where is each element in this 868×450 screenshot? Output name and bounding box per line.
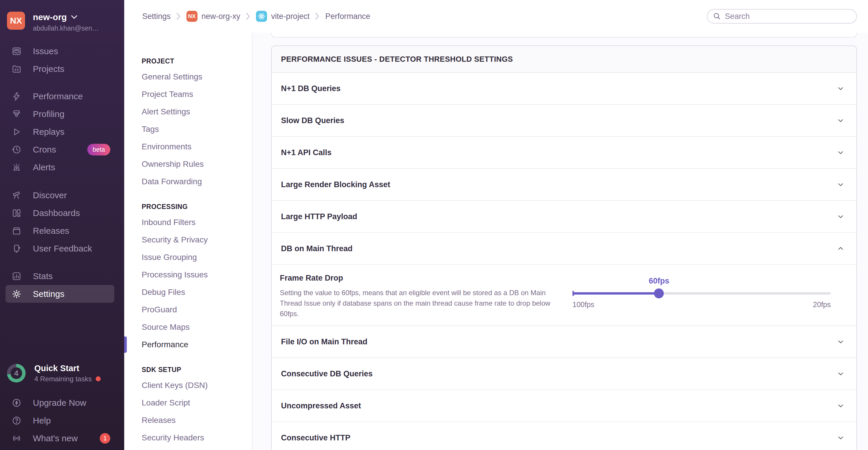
detector-row-n1-api-calls[interactable]: N+1 API Calls bbox=[272, 137, 856, 169]
chevron-down-icon bbox=[836, 180, 845, 189]
detector-row-consecutive-http[interactable]: Consecutive HTTP bbox=[272, 422, 856, 450]
breadcrumb-org[interactable]: NX new-org-xy bbox=[186, 11, 241, 22]
notification-dot bbox=[96, 377, 101, 381]
detector-row-uncompressed-asset[interactable]: Uncompressed Asset bbox=[272, 390, 856, 422]
org-avatar: NX bbox=[7, 12, 25, 30]
detector-row-label: Uncompressed Asset bbox=[281, 401, 361, 411]
nav-item-environments[interactable]: Environments bbox=[142, 138, 252, 155]
nav-item-processing-issues[interactable]: Processing Issues bbox=[142, 266, 252, 283]
nav-section-title: PROJECT bbox=[142, 57, 252, 65]
detector-row-large-http-payload[interactable]: Large HTTP Payload bbox=[272, 201, 856, 233]
detector-row-label: Consecutive DB Queries bbox=[281, 369, 373, 379]
breadcrumb-settings[interactable]: Settings bbox=[142, 12, 171, 21]
nav-item-label: Performance bbox=[142, 340, 188, 349]
nav-item-issue-grouping[interactable]: Issue Grouping bbox=[142, 248, 252, 266]
sidebar-item-alerts[interactable]: Alerts bbox=[5, 158, 114, 176]
org-switcher[interactable]: NX new-org abdullah.khan@sen… bbox=[0, 0, 124, 31]
chevron-down-icon bbox=[836, 148, 845, 157]
breadcrumb-project-label: vite-project bbox=[271, 12, 310, 21]
frame-rate-drop-title: Frame Rate Drop bbox=[280, 274, 343, 282]
nav-item-source-maps[interactable]: Source Maps bbox=[142, 319, 252, 336]
nav-item-debug-files[interactable]: Debug Files bbox=[142, 283, 252, 301]
breadcrumb-project[interactable]: vite-project bbox=[256, 11, 310, 22]
sidebar-item-stats[interactable]: Stats bbox=[5, 267, 114, 285]
breadcrumb-performance: Performance bbox=[325, 12, 370, 21]
nav-item-inbound-filters[interactable]: Inbound Filters bbox=[142, 214, 252, 231]
performance-icon bbox=[11, 91, 22, 101]
detector-row-consecutive-db-queries[interactable]: Consecutive DB Queries bbox=[272, 358, 856, 390]
nav-item-security-privacy[interactable]: Security & Privacy bbox=[142, 231, 252, 248]
nav-item-alert-settings[interactable]: Alert Settings bbox=[142, 103, 252, 120]
detector-row-label: Consecutive HTTP bbox=[281, 433, 350, 443]
sidebar-item-replays[interactable]: Replays bbox=[5, 123, 114, 141]
nav-item-project-teams[interactable]: Project Teams bbox=[142, 86, 252, 103]
detector-row-db-on-main-thread[interactable]: DB on Main Thread bbox=[272, 233, 856, 265]
search-box[interactable] bbox=[707, 9, 857, 24]
quick-start-panel[interactable]: 4 Quick Start 4 Remaining tasks bbox=[0, 360, 124, 386]
sidebar-item-upgrade-now[interactable]: Upgrade Now bbox=[5, 394, 114, 412]
nav-item-performance[interactable]: Performance bbox=[142, 336, 252, 353]
nav-section-title: SDK SETUP bbox=[142, 366, 252, 374]
scrolled-card-edge bbox=[271, 33, 857, 37]
alerts-icon bbox=[11, 162, 22, 172]
slider-track[interactable] bbox=[572, 292, 831, 295]
nav-item-tags[interactable]: Tags bbox=[142, 120, 252, 138]
quick-start-title: Quick Start bbox=[34, 364, 101, 373]
profiling-icon bbox=[11, 109, 22, 119]
detector-row-label: N+1 DB Queries bbox=[281, 84, 341, 93]
chevron-down-icon bbox=[836, 84, 845, 93]
sidebar-item-releases[interactable]: Releases bbox=[5, 222, 114, 240]
quick-start-progress-ring: 4 bbox=[7, 364, 26, 383]
nav-item-proguard[interactable]: ProGuard bbox=[142, 301, 252, 319]
chevron-down-icon bbox=[836, 337, 845, 347]
sidebar-item-label: Issues bbox=[33, 46, 58, 56]
nav-item-loader-script[interactable]: Loader Script bbox=[142, 394, 252, 412]
detector-row-file-io-on-main-thread[interactable]: File I/O on Main Thread bbox=[272, 326, 856, 358]
issues-icon bbox=[11, 46, 22, 56]
search-icon bbox=[713, 12, 721, 21]
beta-badge: beta bbox=[87, 144, 110, 155]
sidebar-item-whats-new[interactable]: What's new 1 bbox=[5, 429, 114, 447]
sidebar-item-label: Alerts bbox=[33, 162, 55, 172]
sidebar-item-label: User Feedback bbox=[33, 244, 92, 253]
frame-rate-drop-description: Setting the value to 60fps, means that a… bbox=[280, 288, 568, 319]
search-input[interactable] bbox=[725, 12, 841, 21]
crons-icon bbox=[11, 145, 22, 155]
breadcrumb: Settings NX new-org-xy vite-project Perf… bbox=[142, 0, 370, 33]
sidebar-item-projects[interactable]: Projects bbox=[5, 60, 114, 78]
sidebar-item-crons[interactable]: Crons beta bbox=[5, 141, 114, 158]
react-project-icon bbox=[256, 11, 267, 22]
sidebar-item-issues[interactable]: Issues bbox=[5, 42, 114, 60]
nav-item-client-keys[interactable]: Client Keys (DSN) bbox=[142, 377, 252, 394]
frame-rate-slider: 60fps 100fps 20fps bbox=[572, 276, 831, 314]
sidebar-item-label: Profiling bbox=[33, 109, 64, 119]
nav-item-ownership-rules[interactable]: Ownership Rules bbox=[142, 155, 252, 173]
slider-thumb[interactable] bbox=[654, 289, 664, 298]
sidebar-item-settings[interactable]: Settings bbox=[5, 285, 114, 303]
detector-row-n1-db-queries[interactable]: N+1 DB Queries bbox=[272, 73, 856, 105]
org-email: abdullah.khan@sen… bbox=[33, 25, 99, 32]
sidebar-item-label: Dashboards bbox=[33, 208, 80, 218]
nav-item-releases[interactable]: Releases bbox=[142, 412, 252, 429]
org-badge: NX bbox=[186, 11, 197, 22]
discover-icon bbox=[11, 190, 22, 200]
chevron-right-icon bbox=[246, 13, 250, 20]
nav-item-security-headers[interactable]: Security Headers bbox=[142, 429, 252, 447]
sidebar-item-label: Stats bbox=[33, 271, 53, 281]
sidebar-item-performance[interactable]: Performance bbox=[5, 87, 114, 105]
active-indicator bbox=[124, 336, 127, 353]
nav-section-title: PROCESSING bbox=[142, 203, 252, 211]
sidebar-item-help[interactable]: Help bbox=[5, 412, 114, 429]
top-bar: Settings NX new-org-xy vite-project Perf… bbox=[124, 0, 868, 33]
nav-item-data-forwarding[interactable]: Data Forwarding bbox=[142, 173, 252, 190]
sidebar-item-user-feedback[interactable]: User Feedback bbox=[5, 240, 114, 257]
sidebar-item-profiling[interactable]: Profiling bbox=[5, 105, 114, 123]
sidebar-item-label: Releases bbox=[33, 226, 69, 236]
nav-item-general-settings[interactable]: General Settings bbox=[142, 68, 252, 86]
sidebar-item-dashboards[interactable]: Dashboards bbox=[5, 204, 114, 222]
sidebar-item-label: Discover bbox=[33, 190, 67, 200]
sidebar-item-discover[interactable]: Discover bbox=[5, 186, 114, 204]
broadcast-icon bbox=[11, 433, 22, 443]
detector-row-slow-db-queries[interactable]: Slow DB Queries bbox=[272, 105, 856, 137]
detector-row-large-render-blocking-asset[interactable]: Large Render Blocking Asset bbox=[272, 169, 856, 201]
